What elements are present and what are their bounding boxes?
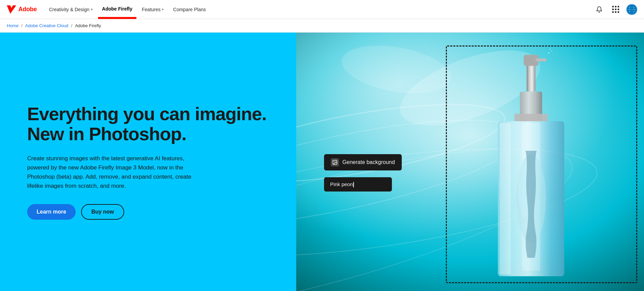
hero-buttons: Learn more Buy now (27, 204, 269, 220)
nav-right-controls (594, 4, 637, 15)
learn-more-button[interactable]: Learn more (27, 204, 76, 220)
hero-section: Everything you can imagine. New in Photo… (0, 33, 644, 291)
nav-compare-plans-label: Compare Plans (173, 7, 206, 12)
breadcrumb: Home / Adobe Creative Cloud / Adobe Fire… (0, 19, 644, 33)
nav-item-creativity-design[interactable]: Creativity & Design ▾ (45, 0, 97, 19)
selection-box (446, 46, 637, 283)
breadcrumb-current: Adobe Firefly (75, 23, 101, 28)
adobe-logo[interactable]: Adobe (7, 5, 37, 14)
hero-description: Create stunning images with the latest g… (27, 154, 197, 191)
text-prompt-box[interactable]: Pink peon (324, 177, 392, 192)
hero-title: Everything you can imagine. New in Photo… (27, 104, 269, 144)
breadcrumb-home[interactable]: Home (7, 23, 19, 28)
chevron-down-icon: ▾ (91, 7, 93, 11)
adobe-logo-icon (7, 5, 16, 14)
nav-item-compare-plans[interactable]: Compare Plans (169, 0, 210, 19)
chevron-down-icon: ▾ (162, 7, 164, 11)
text-cursor (353, 182, 354, 187)
generate-background-button[interactable]: Generate background (324, 154, 402, 170)
bell-icon (596, 6, 603, 13)
navigation: Adobe Creativity & Design ▾ Adobe Firefl… (0, 0, 644, 19)
generate-bg-label: Generate background (342, 159, 395, 165)
breadcrumb-creative-cloud[interactable]: Adobe Creative Cloud (25, 23, 68, 28)
text-prompt-value: Pink peon (330, 181, 353, 187)
globe-icon (626, 4, 637, 15)
generate-bg-icon (331, 158, 339, 166)
buy-now-button[interactable]: Buy now (81, 204, 124, 220)
hero-left-panel: Everything you can imagine. New in Photo… (0, 33, 296, 291)
svg-point-29 (334, 161, 335, 162)
user-avatar[interactable] (626, 4, 637, 15)
nav-firefly-label: Adobe Firefly (102, 6, 132, 12)
hero-right-panel: Generate background Pink peon (296, 33, 644, 291)
breadcrumb-separator-1: / (21, 23, 23, 28)
breadcrumb-separator-2: / (71, 23, 73, 28)
nav-item-adobe-firefly[interactable]: Adobe Firefly (98, 0, 136, 19)
apps-button[interactable] (610, 4, 621, 15)
image-icon (332, 160, 338, 165)
waffle-icon (612, 6, 619, 13)
adobe-wordmark: Adobe (18, 6, 37, 13)
notifications-button[interactable] (594, 4, 605, 15)
nav-item-features[interactable]: Features ▾ (138, 0, 168, 19)
nav-items: Creativity & Design ▾ Adobe Firefly Feat… (45, 0, 594, 19)
nav-features-label: Features (142, 7, 160, 12)
nav-creativity-design-label: Creativity & Design (49, 7, 90, 12)
